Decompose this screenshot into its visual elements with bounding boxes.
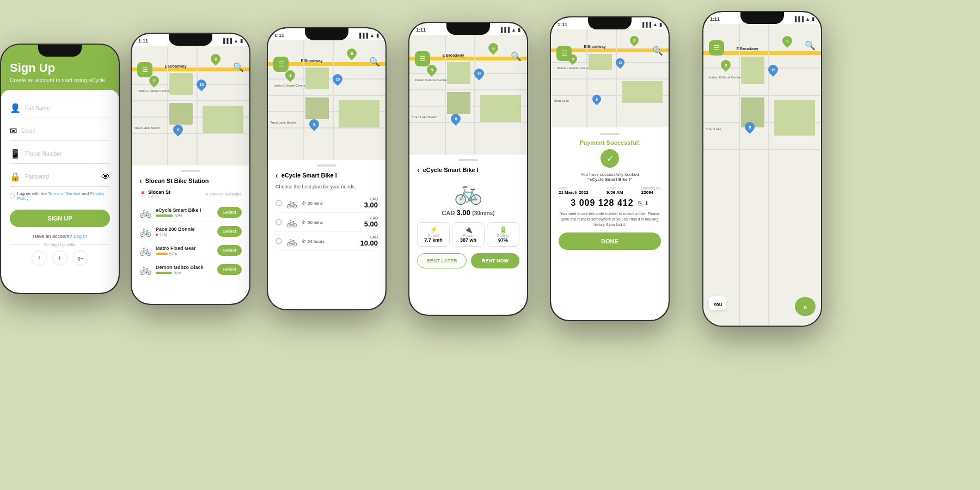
- notch: [38, 45, 82, 57]
- signal-icon: ▐▐▐: [222, 38, 232, 44]
- search-btn3[interactable]: 🔍: [369, 57, 380, 72]
- search-btn5[interactable]: 🔍: [652, 46, 663, 61]
- success-check-circle: ✓: [601, 149, 619, 168]
- rent-now-button[interactable]: RENT NOW: [471, 253, 519, 268]
- phone1-wrapper: Sign Up Create an account to start using…: [0, 44, 120, 294]
- battery-1: 97%: [156, 214, 213, 218]
- plan-radio-24h[interactable]: [275, 238, 282, 244]
- signup-button[interactable]: SIGN UP: [10, 210, 110, 227]
- wifi-icon4: ▲: [511, 27, 516, 33]
- battery-icon5: ▮: [659, 22, 662, 27]
- search-btn2[interactable]: 🔍: [233, 62, 244, 77]
- back-btn2[interactable]: ‹: [139, 176, 142, 185]
- menu-btn3[interactable]: ☰: [273, 57, 289, 72]
- login-link[interactable]: Log In: [74, 234, 87, 239]
- cad-30: CAD: [364, 197, 378, 201]
- copy-icon[interactable]: ⎘: [638, 200, 642, 207]
- blk6-2: [774, 100, 816, 136]
- bike-name-1: eCycle Smart Bike I: [156, 207, 213, 213]
- street-h3: [132, 100, 249, 101]
- block3: [169, 103, 193, 125]
- facebook-btn[interactable]: f: [32, 250, 47, 266]
- menu-btn5[interactable]: ☰: [556, 46, 572, 61]
- date-value: 21 March 2022: [559, 190, 589, 195]
- battery-pct-4: 91%: [174, 271, 181, 275]
- lock-icon: 🔒: [10, 171, 21, 182]
- plan-bike-icon-24h: 🚲: [286, 236, 297, 247]
- select-btn-3[interactable]: Select: [217, 245, 242, 256]
- battery-pct-1: 97%: [175, 214, 182, 218]
- cad-24h: CAD: [360, 235, 378, 239]
- status-icons3: ▐▐▐ ▲ ▮: [358, 33, 379, 38]
- eye-icon: 👁: [101, 172, 110, 182]
- blk4-2: [480, 95, 522, 122]
- select-btn-2[interactable]: Select: [217, 226, 242, 237]
- select-btn-1[interactable]: Select: [217, 207, 242, 218]
- power-icon: 🔌: [455, 226, 482, 234]
- menu-icon3: ☰: [278, 60, 284, 68]
- terms-link1[interactable]: Terms of Service: [48, 191, 81, 196]
- plan-30[interactable]: 🚲 ⏱30 mins CAD 3.00: [275, 194, 378, 213]
- phone1-screen: Sign Up Create an account to start using…: [1, 45, 119, 293]
- plan-24h[interactable]: 🚲 ⏱24 hours CAD 10.00: [275, 232, 378, 251]
- menu-btn2[interactable]: ☰: [137, 62, 152, 77]
- select-btn-4[interactable]: Select: [217, 264, 242, 275]
- email-field[interactable]: ✉ Email: [10, 121, 110, 141]
- plan-radio-60[interactable]: [275, 219, 282, 225]
- search-btn6[interactable]: 🔍: [805, 40, 816, 56]
- phone6-screen: 1:11 ▐▐▐ ▲ ▮ E Broadway: [703, 12, 821, 326]
- cultural-label: Italian Cultural Centre: [138, 89, 169, 93]
- phone5-wrapper: 1:11 ▐▐▐ ▲ ▮ E Broadway Italian Cultural: [550, 16, 670, 321]
- speed-value: 7.7 kmh: [420, 237, 447, 243]
- twitter-btn[interactable]: t: [52, 250, 68, 266]
- bike-icon-2: 🚲: [139, 225, 151, 237]
- status-icons5: ▐▐▐ ▲ ▮: [641, 22, 662, 27]
- fullname-placeholder: Full Name: [25, 105, 50, 111]
- map-action-btn[interactable]: S: [795, 297, 816, 316]
- bike-item-4: 🚲 Demon Gdbzo Black 91% Select: [139, 260, 242, 279]
- search-btn4[interactable]: 🔍: [511, 51, 522, 66]
- phone3: 1:11 ▐▐▐ ▲ ▮ E Broadway: [267, 27, 387, 310]
- sheet-handle5: [600, 133, 620, 135]
- notch6: [740, 12, 784, 24]
- plan-header: ‹ eCycle Smart Bike I: [275, 171, 378, 180]
- phone5-screen: 1:11 ▐▐▐ ▲ ▮ E Broadway Italian Cultural: [551, 17, 669, 320]
- battery-fill-4: [156, 272, 172, 274]
- menu-icon5: ☰: [561, 50, 567, 57]
- status-icons4: ▐▐▐ ▲ ▮: [499, 27, 520, 33]
- plan-60[interactable]: 🚲 ⏱60 mins CAD 5.00: [275, 213, 378, 232]
- back-btn4[interactable]: ‹: [417, 166, 420, 174]
- menu-btn6[interactable]: ☰: [709, 40, 724, 56]
- station-header: ‹ Slocan St Bike Station: [139, 176, 242, 185]
- sv6-1: [739, 24, 740, 326]
- rent-later-button[interactable]: RENT LATER: [417, 253, 467, 268]
- phone4: 1:11 ▐▐▐ ▲ ▮ E Broadway: [408, 22, 528, 316]
- terms-checkbox[interactable]: [10, 193, 15, 199]
- signal-icon6: ▐▐▐: [793, 16, 804, 22]
- download-icon[interactable]: ⬇: [644, 200, 649, 207]
- battery-pct-3: 67%: [169, 252, 177, 256]
- map5-toolbar: ☰ 🔍: [551, 44, 669, 63]
- status-icons6: ▐▐▐ ▲ ▮: [793, 16, 814, 22]
- trout-lake-label: Trout Lake Beach: [134, 126, 160, 130]
- fullname-field[interactable]: 👤 Full Name: [10, 99, 110, 118]
- wifi-icon3: ▲: [370, 33, 375, 38]
- password-field[interactable]: 🔒 Password 👁: [10, 167, 110, 187]
- power-label: Power: [455, 234, 482, 237]
- phone2-screen: 1:11 ▐▐▐ ▲ ▮: [132, 34, 249, 304]
- battery-icon: ▮: [240, 38, 243, 44]
- menu-btn4[interactable]: ☰: [415, 51, 430, 66]
- back-btn3[interactable]: ‹: [275, 171, 278, 180]
- map6-toolbar: ☰ 🔍: [703, 38, 821, 58]
- plan-duration-30: ⏱30 mins: [302, 201, 360, 206]
- done-button[interactable]: DONE: [559, 232, 661, 250]
- battery-stat-label: Battery: [489, 234, 517, 237]
- plan-radio-30[interactable]: [275, 200, 282, 206]
- googleplus-btn[interactable]: g+: [73, 250, 88, 266]
- battery-stat-icon: 🔋: [489, 226, 517, 234]
- bike-item-1: 🚲 eCycle Smart Bike I 97% Select: [139, 203, 242, 222]
- bike-info-3: Matro Fixed Gear 67%: [156, 246, 213, 256]
- map2: E Broadway Italian Cultural Centre Trout…: [132, 46, 249, 166]
- bike-info-2: Pace 200 Bonnie 11%: [156, 226, 213, 237]
- phone-field[interactable]: 📱 Phone Number: [10, 144, 110, 164]
